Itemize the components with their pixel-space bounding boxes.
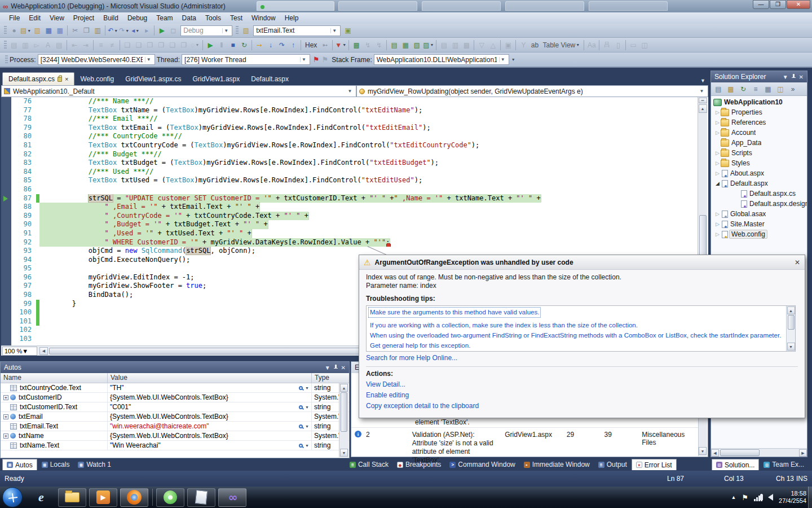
show-sql-icon[interactable]: ▧ [411,40,422,51]
font-style-icon[interactable]: A [42,40,54,51]
dropdown-arrow-icon[interactable]: ▼ [27,29,31,33]
error-row-partial[interactable]: element 'TextBox'. [351,418,698,426]
action-link-copy-exception-detail-to-the-clipboard[interactable]: Copy exception detail to the clipboard [366,402,798,410]
menu-team[interactable]: Team [152,13,177,23]
redo-icon[interactable]: ↷▼ [118,25,130,36]
code-line[interactable]: 80 //*** CountryCode ***// [1,132,708,141]
panel-tab-solution-[interactable]: ▤Solution... [712,459,759,470]
tab-gridview1-aspx[interactable]: GridView1.aspx [187,72,245,85]
exception-close-icon[interactable]: ✕ [795,259,800,266]
menu-window[interactable]: Window [247,13,280,23]
code-line[interactable]: 78 //*** Email ***// [1,115,708,124]
scroll-up-icon[interactable]: ▲ [787,306,795,314]
web-browse-icon[interactable]: ● [8,25,20,36]
auto-hide-pin-icon[interactable] [334,365,338,370]
increase-indent-icon[interactable]: ⇥ [80,40,91,51]
process-combo[interactable]: [3244] WebDev.WebServer40.EXE ▼ [38,54,155,65]
troubleshooting-tip-link[interactable]: When using the overloaded two-argument F… [369,331,784,340]
solution-configurations-icon[interactable]: ▧ [240,25,251,36]
tree-item-default-aspx-design[interactable]: Default.aspx.design [711,199,807,209]
tree-item-app-data[interactable]: App_Data [711,138,807,148]
expand-icon[interactable]: + [3,433,8,439]
new-query-icon[interactable]: ▩ [351,40,362,51]
gadget-icon[interactable] [187,488,215,507]
show-desktop-button[interactable] [808,487,812,508]
breakpoint-margin[interactable] [1,97,11,106]
breakpoint-margin[interactable] [1,185,11,194]
firefox-icon[interactable] [120,488,148,507]
panel-tab-output[interactable]: ≡Output [594,459,631,470]
scroll-left-icon[interactable]: ◀ [39,347,48,355]
minimize-button[interactable]: — [753,0,769,9]
breakpoint-margin[interactable] [1,229,11,238]
code-line[interactable]: 79 TextBox txtEmail = (TextBox)myGridVie… [1,124,708,133]
continue-icon[interactable]: ▶ [205,40,216,51]
code-line[interactable]: 89 " ,CountryCode = '" + txtCountryCode.… [1,212,708,221]
panel-tab-team-ex-[interactable]: ▤Team Ex... [760,459,808,470]
save-icon[interactable]: ▦ [43,25,54,36]
view-code-icon[interactable]: ≡ [750,84,761,94]
close-button[interactable]: ✕ [787,0,810,9]
find-command-combo[interactable]: txtEmail.Text ▼ [253,25,341,36]
tab-gridview1-aspx-cs[interactable]: GridView1.aspx.cs [120,72,187,85]
toolbar-overflow-icon[interactable]: ▼ [511,58,515,62]
code-line[interactable]: 86 [1,185,708,194]
breakpoint-margin[interactable] [1,124,11,133]
panel-tab-watch-1[interactable]: ▦Watch 1 [74,459,115,470]
restart-icon[interactable]: ↻ [239,40,250,51]
code-line[interactable]: 76 //*** Name ***// [1,97,708,106]
code-line[interactable]: 83 TextBox txtBudget = (TextBox)myGridVi… [1,159,708,168]
dropdown-arrow-icon[interactable]: ▼ [305,405,309,409]
toolbar-overflow-icon[interactable]: » [787,84,798,94]
cut-icon[interactable]: ✂ [69,25,81,36]
autos-row[interactable]: txtEmail.Text"win.weerachai@thaicreate.c… [1,422,349,431]
step-over-icon[interactable]: ↷ [276,40,288,51]
bubble-7-icon[interactable]: ◌▼ [189,40,201,51]
menu-test[interactable]: Test [226,13,247,23]
breakpoint-margin[interactable] [1,106,11,115]
object-browser-icon[interactable]: ▥ [20,40,31,51]
media-player-icon[interactable]: ▶ [89,488,117,507]
ab-icon[interactable]: ab [529,40,540,51]
dropdown-arrow-icon[interactable]: ▼ [114,29,118,33]
breakpoint-margin[interactable] [1,247,11,256]
scroll-right-icon[interactable]: ▶ [799,449,807,457]
breakpoint-margin[interactable] [1,159,11,168]
tree-item-account[interactable]: ▷Account [711,128,807,138]
code-line[interactable]: 77 TextBox txtName = (TextBox)myGridView… [1,106,708,115]
tree-item-references[interactable]: ▷References [711,117,807,128]
tips-scrollbar[interactable]: ▲ ▼ [786,306,795,351]
bubble-3-icon[interactable]: ❐ [144,40,156,51]
extra-1-icon[interactable]: ▭ [628,40,639,51]
magnifier-icon[interactable] [299,424,303,428]
show-criteria-icon[interactable]: ▦ [400,40,411,51]
panel-tab-command-window[interactable]: >Command Window [445,459,519,470]
scroll-down-icon[interactable]: ▼ [699,447,707,455]
navigate-backward-icon[interactable]: ◂▼ [130,25,141,36]
autos-title-bar[interactable]: Autos ▼ ✕ [1,362,349,373]
flag-threads-icon[interactable]: ⚑ [313,55,320,64]
thread-combo[interactable]: [276] Worker Thread ▼ [182,54,310,65]
validate-icon[interactable]: Υ [518,40,529,51]
code-line[interactable]: 87 strSQL = "UPDATE customer SET Custome… [1,194,708,203]
run-checked-icon[interactable]: ↯ [362,40,373,51]
panel-tab-immediate-window[interactable]: ▸Immediate Window [520,459,594,470]
breakpoint-margin[interactable] [1,282,11,291]
decrease-indent-icon[interactable]: ⇤ [69,40,80,51]
autos-row[interactable]: txtCustomerID.Text"C001"▼string [1,402,349,412]
breakpoint-margin[interactable] [1,176,11,185]
tree-item-about-aspx[interactable]: ▷About.aspx [711,168,807,178]
tree-item-webapplication10[interactable]: WebApplication10 [711,97,807,107]
properties-window-icon[interactable]: ▣ [502,40,514,51]
tree-expander-icon[interactable]: ▷ [714,170,721,176]
dropdown-arrow-icon[interactable]: ▼ [430,43,434,47]
pointer-mode-icon[interactable]: ➳ [319,40,330,51]
dropdown-arrow-icon[interactable]: ▼ [196,43,200,47]
breakpoint-margin[interactable] [1,194,11,203]
toolbar-grip[interactable] [5,55,8,64]
scrollbar-thumb[interactable] [720,449,760,456]
combo-dropdown-icon[interactable]: ▼ [300,57,307,62]
breakpoint-margin[interactable] [1,256,11,265]
dropdown-arrow-icon[interactable]: ▼ [135,29,139,33]
tray-expand-icon[interactable]: ▲ [731,494,736,500]
